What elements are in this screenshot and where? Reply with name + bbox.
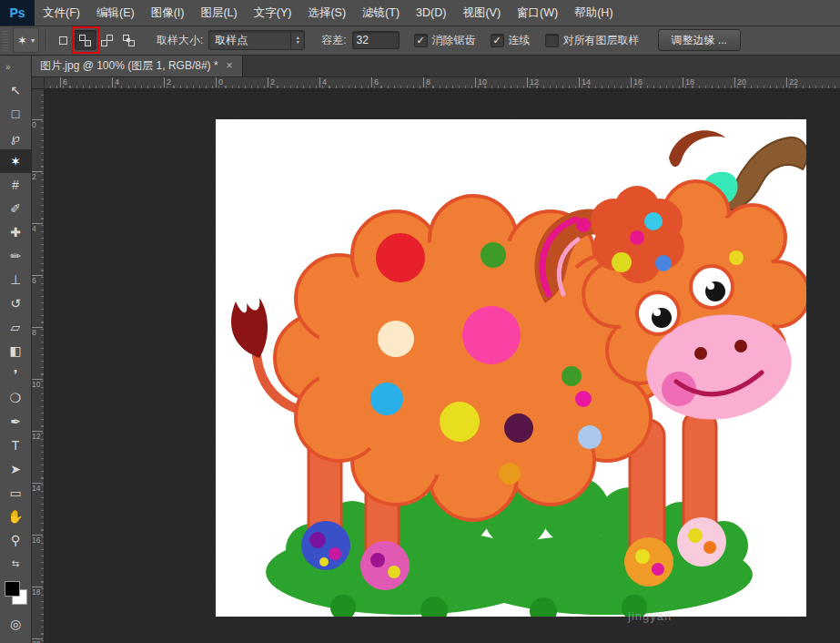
v-ruler-label: 2 xyxy=(32,171,43,181)
intersect-selection-button[interactable] xyxy=(118,30,140,50)
blur-tool[interactable]: ❜ xyxy=(0,362,31,386)
sample-size-label: 取样大小: xyxy=(157,33,203,48)
menu-item-image[interactable]: 图像(I) xyxy=(143,0,193,26)
menu-item-edit[interactable]: 编辑(E) xyxy=(88,0,143,26)
menu-item-filter[interactable]: 滤镜(T) xyxy=(354,0,408,26)
dodge-icon: ❍ xyxy=(10,392,22,404)
crop-tool[interactable]: # xyxy=(0,173,31,197)
contiguous-checkbox[interactable]: ✓ xyxy=(491,34,504,47)
hand-tool[interactable]: ✋ xyxy=(0,505,31,528)
tool-preset-picker[interactable]: ✶ ▾ xyxy=(13,27,39,53)
horizontal-ruler[interactable]: 6 4 2 0 2 4 6 8 10 12 14 16 18 20 22 xyxy=(44,77,840,89)
menu-item-layer[interactable]: 图层(L) xyxy=(192,0,245,26)
lasso-icon: ℘ xyxy=(11,131,20,144)
pen-icon: ✒ xyxy=(10,415,21,428)
hand-icon: ✋ xyxy=(7,510,23,523)
dropdown-spinner-icon[interactable]: ▲▼ xyxy=(290,31,304,49)
clone-stamp-tool[interactable]: ⊥ xyxy=(0,268,31,291)
watermark: jingyan xyxy=(628,609,672,623)
clone-stamp-icon: ⊥ xyxy=(10,273,21,286)
menu-item-window[interactable]: 窗口(W) xyxy=(509,0,566,26)
pen-tool[interactable]: ✒ xyxy=(0,410,31,434)
h-ruler-label: 4 xyxy=(319,77,327,87)
cow-illustration xyxy=(216,119,806,617)
eraser-tool[interactable]: ▱ xyxy=(0,315,31,339)
nostril xyxy=(734,340,747,352)
zoom-tool[interactable]: ⚲ xyxy=(0,528,31,552)
nostril xyxy=(694,347,707,360)
menu-item-help[interactable]: 帮助(H) xyxy=(566,0,621,26)
lasso-tool[interactable]: ℘ xyxy=(0,126,31,149)
refine-edge-button[interactable]: 调整边缘 ... xyxy=(658,29,741,51)
eyedropper-icon: ✐ xyxy=(10,202,21,215)
h-ruler-label: 6 xyxy=(371,77,379,87)
sample-size-dropdown[interactable]: 取样点 ▲▼ xyxy=(208,30,305,50)
document-title: 图片.jpg @ 100% (图层 1, RGB/8#) * xyxy=(40,58,218,74)
vertical-ruler[interactable]: 0 2 4 6 8 10 12 14 16 18 20 xyxy=(31,88,45,643)
v-ruler-label: 10 xyxy=(32,379,43,389)
new-selection-button[interactable] xyxy=(53,30,75,50)
head-dot-yellow xyxy=(729,250,744,265)
foreground-color-swatch[interactable] xyxy=(5,581,20,597)
close-icon[interactable]: × xyxy=(227,59,233,72)
h-ruler-label: 2 xyxy=(268,77,275,87)
flower-dot-yellow xyxy=(612,252,632,272)
h-ruler-label: 2 xyxy=(164,77,171,87)
path-selection-tool[interactable]: ➤ xyxy=(0,457,31,481)
brush-icon: ✏ xyxy=(10,250,21,262)
selection-mode-group xyxy=(53,30,140,50)
anti-alias-checkbox[interactable]: ✓ xyxy=(414,34,428,47)
magic-wand-tool[interactable]: ✶ xyxy=(0,149,31,173)
healing-brush-tool[interactable]: ✚ xyxy=(0,220,31,244)
sample-size-value: 取样点 xyxy=(209,33,290,48)
contiguous-label: 连续 xyxy=(509,33,531,48)
cow-tail-tuft xyxy=(231,298,268,358)
h-ruler-label: 22 xyxy=(786,77,798,87)
shape-icon: ▭ xyxy=(9,486,21,499)
document-tab[interactable]: 图片.jpg @ 100% (图层 1, RGB/8#) * × xyxy=(31,55,243,77)
h-ruler-label: 4 xyxy=(112,77,119,87)
v-ruler-label: 6 xyxy=(32,275,43,285)
add-to-selection-button[interactable] xyxy=(75,30,96,50)
canvas[interactable] xyxy=(216,119,806,617)
menu-item-3d[interactable]: 3D(D) xyxy=(408,0,454,26)
brush-tool[interactable]: ✏ xyxy=(0,244,31,268)
marquee-icon: □ xyxy=(12,107,19,120)
menu-item-type[interactable]: 文字(Y) xyxy=(246,0,300,26)
gradient-tool[interactable]: ◧ xyxy=(0,339,31,362)
type-icon: T xyxy=(12,439,20,452)
options-bar-grip[interactable] xyxy=(2,29,8,51)
edit-toolbar-button[interactable]: ⇆ xyxy=(0,552,31,576)
quick-mask-icon: ◎ xyxy=(10,617,21,630)
sample-all-layers-label: 对所有图层取样 xyxy=(563,33,640,48)
dodge-tool[interactable]: ❍ xyxy=(0,386,31,410)
ruler-corner xyxy=(31,77,45,89)
subtract-from-selection-button[interactable] xyxy=(96,30,118,50)
h-ruler-label: 10 xyxy=(475,77,487,87)
menu-item-select[interactable]: 选择(S) xyxy=(299,0,354,26)
blur-icon: ❜ xyxy=(14,368,18,381)
type-tool[interactable]: T xyxy=(0,434,31,457)
sample-all-layers-checkbox[interactable] xyxy=(545,34,559,47)
menu-item-view[interactable]: 视图(V) xyxy=(454,0,509,26)
history-brush-tool[interactable]: ↺ xyxy=(0,291,31,315)
eyedropper-tool[interactable]: ✐ xyxy=(0,197,31,220)
shape-tool[interactable]: ▭ xyxy=(0,481,31,505)
magic-wand-icon: ✶ xyxy=(10,155,21,168)
h-ruler-label: 20 xyxy=(734,77,746,87)
document-tab-bar: 图片.jpg @ 100% (图层 1, RGB/8#) * × xyxy=(31,55,840,77)
tolerance-input[interactable] xyxy=(352,31,400,49)
v-ruler-label: 16 xyxy=(32,535,43,545)
tools-panel: » ↖ □ ℘ ✶ # ✐ ✚ ✏ ⊥ ↺ ▱ ◧ ❜ ❍ ✒ T ➤ ▭ ✋ … xyxy=(0,55,32,643)
marquee-tool[interactable]: □ xyxy=(0,102,31,126)
v-ruler-label: 14 xyxy=(32,483,43,493)
intersect-selection-icon xyxy=(123,35,135,46)
menu-item-file[interactable]: 文件(F) xyxy=(35,0,88,26)
tools-panel-collapse[interactable]: » xyxy=(0,55,31,78)
h-ruler-label: 8 xyxy=(423,77,430,87)
gradient-icon: ◧ xyxy=(9,344,21,357)
anti-alias-label: 消除锯齿 xyxy=(432,33,476,48)
document-viewport: jingyan xyxy=(44,88,840,643)
quick-mask-button[interactable]: ◎ xyxy=(0,612,31,636)
move-tool[interactable]: ↖ xyxy=(0,78,31,102)
